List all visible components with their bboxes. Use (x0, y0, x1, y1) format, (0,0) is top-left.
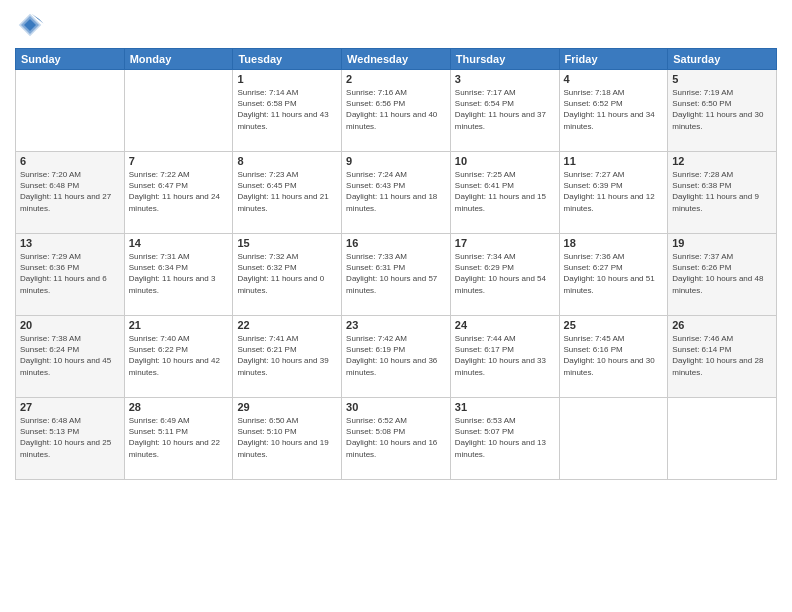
calendar-cell: 3Sunrise: 7:17 AM Sunset: 6:54 PM Daylig… (450, 70, 559, 152)
calendar-cell: 6Sunrise: 7:20 AM Sunset: 6:48 PM Daylig… (16, 152, 125, 234)
calendar-cell: 20Sunrise: 7:38 AM Sunset: 6:24 PM Dayli… (16, 316, 125, 398)
week-row-2: 6Sunrise: 7:20 AM Sunset: 6:48 PM Daylig… (16, 152, 777, 234)
day-number: 24 (455, 319, 555, 331)
day-info: Sunrise: 7:14 AM Sunset: 6:58 PM Dayligh… (237, 87, 337, 132)
day-info: Sunrise: 7:42 AM Sunset: 6:19 PM Dayligh… (346, 333, 446, 378)
calendar-cell: 25Sunrise: 7:45 AM Sunset: 6:16 PM Dayli… (559, 316, 668, 398)
calendar-cell: 27Sunrise: 6:48 AM Sunset: 5:13 PM Dayli… (16, 398, 125, 480)
calendar-cell: 24Sunrise: 7:44 AM Sunset: 6:17 PM Dayli… (450, 316, 559, 398)
day-number: 28 (129, 401, 229, 413)
day-header-wednesday: Wednesday (342, 49, 451, 70)
day-number: 16 (346, 237, 446, 249)
day-number: 2 (346, 73, 446, 85)
day-number: 23 (346, 319, 446, 331)
day-header-saturday: Saturday (668, 49, 777, 70)
day-number: 1 (237, 73, 337, 85)
day-info: Sunrise: 7:32 AM Sunset: 6:32 PM Dayligh… (237, 251, 337, 296)
calendar-cell: 4Sunrise: 7:18 AM Sunset: 6:52 PM Daylig… (559, 70, 668, 152)
day-number: 22 (237, 319, 337, 331)
day-info: Sunrise: 7:16 AM Sunset: 6:56 PM Dayligh… (346, 87, 446, 132)
week-row-4: 20Sunrise: 7:38 AM Sunset: 6:24 PM Dayli… (16, 316, 777, 398)
logo-icon (15, 10, 45, 40)
day-number: 4 (564, 73, 664, 85)
day-number: 5 (672, 73, 772, 85)
day-info: Sunrise: 7:36 AM Sunset: 6:27 PM Dayligh… (564, 251, 664, 296)
calendar-cell (559, 398, 668, 480)
day-info: Sunrise: 7:19 AM Sunset: 6:50 PM Dayligh… (672, 87, 772, 132)
calendar-cell: 7Sunrise: 7:22 AM Sunset: 6:47 PM Daylig… (124, 152, 233, 234)
calendar-cell: 23Sunrise: 7:42 AM Sunset: 6:19 PM Dayli… (342, 316, 451, 398)
calendar-header-row: SundayMondayTuesdayWednesdayThursdayFrid… (16, 49, 777, 70)
day-number: 21 (129, 319, 229, 331)
day-info: Sunrise: 7:45 AM Sunset: 6:16 PM Dayligh… (564, 333, 664, 378)
day-number: 17 (455, 237, 555, 249)
day-info: Sunrise: 7:25 AM Sunset: 6:41 PM Dayligh… (455, 169, 555, 214)
day-info: Sunrise: 7:37 AM Sunset: 6:26 PM Dayligh… (672, 251, 772, 296)
day-number: 20 (20, 319, 120, 331)
day-info: Sunrise: 7:29 AM Sunset: 6:36 PM Dayligh… (20, 251, 120, 296)
calendar-cell: 30Sunrise: 6:52 AM Sunset: 5:08 PM Dayli… (342, 398, 451, 480)
day-info: Sunrise: 7:23 AM Sunset: 6:45 PM Dayligh… (237, 169, 337, 214)
calendar-cell: 15Sunrise: 7:32 AM Sunset: 6:32 PM Dayli… (233, 234, 342, 316)
calendar-cell: 12Sunrise: 7:28 AM Sunset: 6:38 PM Dayli… (668, 152, 777, 234)
calendar-cell: 9Sunrise: 7:24 AM Sunset: 6:43 PM Daylig… (342, 152, 451, 234)
day-number: 12 (672, 155, 772, 167)
day-number: 13 (20, 237, 120, 249)
calendar-cell: 11Sunrise: 7:27 AM Sunset: 6:39 PM Dayli… (559, 152, 668, 234)
day-info: Sunrise: 7:27 AM Sunset: 6:39 PM Dayligh… (564, 169, 664, 214)
day-info: Sunrise: 7:20 AM Sunset: 6:48 PM Dayligh… (20, 169, 120, 214)
day-header-sunday: Sunday (16, 49, 125, 70)
day-number: 29 (237, 401, 337, 413)
week-row-1: 1Sunrise: 7:14 AM Sunset: 6:58 PM Daylig… (16, 70, 777, 152)
calendar-cell: 17Sunrise: 7:34 AM Sunset: 6:29 PM Dayli… (450, 234, 559, 316)
calendar-cell: 14Sunrise: 7:31 AM Sunset: 6:34 PM Dayli… (124, 234, 233, 316)
day-info: Sunrise: 7:38 AM Sunset: 6:24 PM Dayligh… (20, 333, 120, 378)
calendar-cell: 10Sunrise: 7:25 AM Sunset: 6:41 PM Dayli… (450, 152, 559, 234)
day-number: 11 (564, 155, 664, 167)
calendar-cell: 5Sunrise: 7:19 AM Sunset: 6:50 PM Daylig… (668, 70, 777, 152)
day-number: 26 (672, 319, 772, 331)
calendar-cell: 29Sunrise: 6:50 AM Sunset: 5:10 PM Dayli… (233, 398, 342, 480)
header (15, 10, 777, 40)
day-header-thursday: Thursday (450, 49, 559, 70)
day-info: Sunrise: 7:33 AM Sunset: 6:31 PM Dayligh… (346, 251, 446, 296)
day-number: 14 (129, 237, 229, 249)
day-info: Sunrise: 6:50 AM Sunset: 5:10 PM Dayligh… (237, 415, 337, 460)
day-number: 27 (20, 401, 120, 413)
week-row-3: 13Sunrise: 7:29 AM Sunset: 6:36 PM Dayli… (16, 234, 777, 316)
day-info: Sunrise: 7:31 AM Sunset: 6:34 PM Dayligh… (129, 251, 229, 296)
calendar-cell: 18Sunrise: 7:36 AM Sunset: 6:27 PM Dayli… (559, 234, 668, 316)
calendar-cell: 26Sunrise: 7:46 AM Sunset: 6:14 PM Dayli… (668, 316, 777, 398)
day-number: 3 (455, 73, 555, 85)
day-info: Sunrise: 7:46 AM Sunset: 6:14 PM Dayligh… (672, 333, 772, 378)
day-info: Sunrise: 7:24 AM Sunset: 6:43 PM Dayligh… (346, 169, 446, 214)
day-info: Sunrise: 7:18 AM Sunset: 6:52 PM Dayligh… (564, 87, 664, 132)
day-info: Sunrise: 6:52 AM Sunset: 5:08 PM Dayligh… (346, 415, 446, 460)
calendar-cell: 21Sunrise: 7:40 AM Sunset: 6:22 PM Dayli… (124, 316, 233, 398)
day-header-monday: Monday (124, 49, 233, 70)
calendar-cell: 19Sunrise: 7:37 AM Sunset: 6:26 PM Dayli… (668, 234, 777, 316)
day-info: Sunrise: 7:44 AM Sunset: 6:17 PM Dayligh… (455, 333, 555, 378)
calendar-cell (124, 70, 233, 152)
day-info: Sunrise: 7:17 AM Sunset: 6:54 PM Dayligh… (455, 87, 555, 132)
day-number: 6 (20, 155, 120, 167)
day-info: Sunrise: 7:40 AM Sunset: 6:22 PM Dayligh… (129, 333, 229, 378)
page: SundayMondayTuesdayWednesdayThursdayFrid… (0, 0, 792, 612)
logo (15, 10, 49, 40)
day-number: 9 (346, 155, 446, 167)
day-info: Sunrise: 7:22 AM Sunset: 6:47 PM Dayligh… (129, 169, 229, 214)
day-info: Sunrise: 6:53 AM Sunset: 5:07 PM Dayligh… (455, 415, 555, 460)
day-number: 25 (564, 319, 664, 331)
calendar-cell: 22Sunrise: 7:41 AM Sunset: 6:21 PM Dayli… (233, 316, 342, 398)
day-info: Sunrise: 7:41 AM Sunset: 6:21 PM Dayligh… (237, 333, 337, 378)
day-header-tuesday: Tuesday (233, 49, 342, 70)
calendar-cell (668, 398, 777, 480)
day-number: 7 (129, 155, 229, 167)
calendar-cell: 1Sunrise: 7:14 AM Sunset: 6:58 PM Daylig… (233, 70, 342, 152)
calendar-cell: 8Sunrise: 7:23 AM Sunset: 6:45 PM Daylig… (233, 152, 342, 234)
day-info: Sunrise: 7:28 AM Sunset: 6:38 PM Dayligh… (672, 169, 772, 214)
day-number: 18 (564, 237, 664, 249)
calendar-cell: 2Sunrise: 7:16 AM Sunset: 6:56 PM Daylig… (342, 70, 451, 152)
calendar-table: SundayMondayTuesdayWednesdayThursdayFrid… (15, 48, 777, 480)
calendar-cell: 16Sunrise: 7:33 AM Sunset: 6:31 PM Dayli… (342, 234, 451, 316)
